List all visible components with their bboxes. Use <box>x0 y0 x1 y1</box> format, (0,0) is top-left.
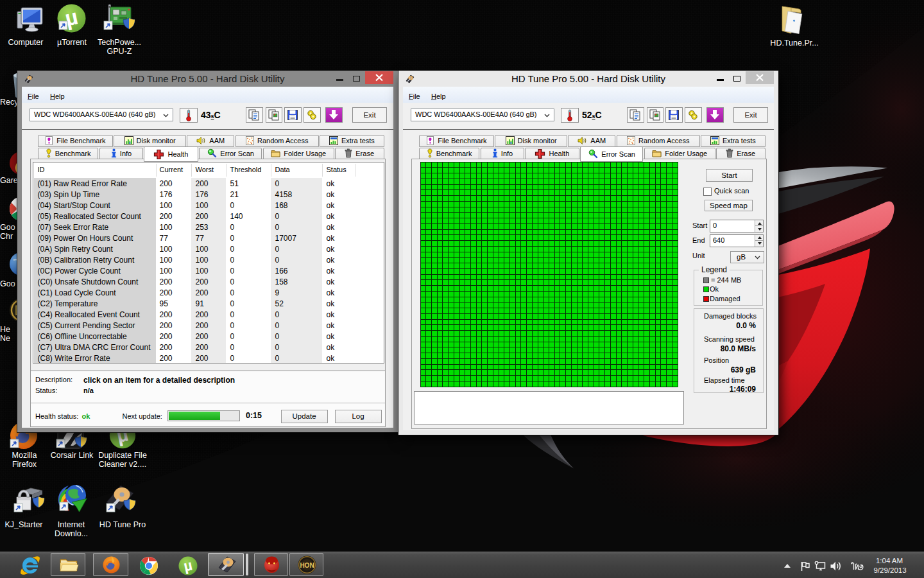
svg-text:HON: HON <box>300 562 314 569</box>
